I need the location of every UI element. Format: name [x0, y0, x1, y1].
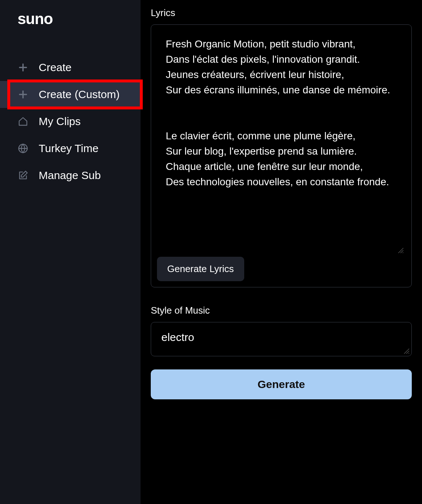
- plus-icon: [18, 62, 28, 73]
- generate-lyrics-button[interactable]: Generate Lyrics: [157, 257, 244, 281]
- lyrics-label: Lyrics: [151, 7, 412, 19]
- edit-icon: [18, 170, 28, 181]
- style-label: Style of Music: [151, 305, 412, 316]
- globe-icon: [18, 143, 28, 154]
- sidebar-item-my-clips[interactable]: My Clips: [0, 108, 141, 135]
- home-icon: [18, 116, 28, 127]
- logo: suno: [0, 10, 141, 28]
- sidebar-item-label: Turkey Time: [39, 142, 99, 155]
- lyrics-box: Generate Lyrics: [151, 24, 412, 287]
- sidebar-item-label: Create (Custom): [39, 88, 120, 101]
- generate-button[interactable]: Generate: [151, 369, 412, 399]
- sidebar-item-label: Create: [39, 61, 72, 74]
- sidebar-item-create-custom[interactable]: Create (Custom): [0, 81, 141, 108]
- style-box: [151, 322, 412, 356]
- lyrics-input[interactable]: [157, 31, 406, 253]
- style-input[interactable]: [151, 322, 411, 356]
- sidebar-item-label: My Clips: [39, 115, 81, 128]
- sidebar-item-create[interactable]: Create: [0, 54, 141, 81]
- sidebar-item-label: Manage Sub: [39, 169, 101, 182]
- plus-icon: [18, 89, 28, 100]
- sidebar-item-turkey-time[interactable]: Turkey Time: [0, 135, 141, 162]
- main-panel: Lyrics Generate Lyrics Style of Music Ge…: [141, 0, 422, 504]
- sidebar: suno Create Create (Custom) My Clips Tur…: [0, 0, 141, 504]
- sidebar-item-manage-sub[interactable]: Manage Sub: [0, 162, 141, 189]
